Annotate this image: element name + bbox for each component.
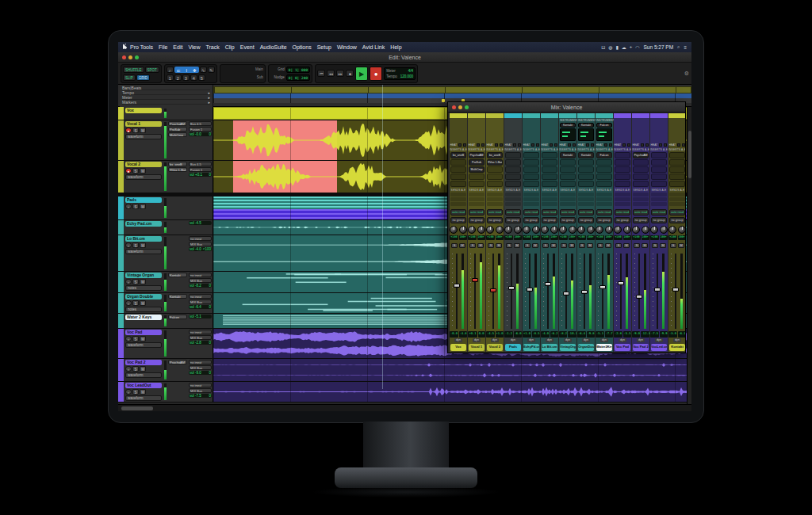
insert-slot[interactable] (560, 174, 576, 180)
track-view-selector[interactable]: notes (125, 307, 162, 312)
zoom-tool[interactable]: ⌕ (167, 67, 174, 73)
edit-mode-grid[interactable]: GRID (136, 74, 150, 81)
insert-slot[interactable] (542, 159, 557, 166)
insert-slot[interactable] (578, 181, 594, 187)
insert-slot[interactable] (669, 152, 685, 158)
trim-tool[interactable]: ⊏ (175, 67, 182, 73)
fader-handle[interactable] (618, 281, 624, 285)
mute-button[interactable]: M (140, 128, 146, 133)
track-row[interactable]: Voc Pad 2 ● S M waveform PsychoAM no inp… (118, 359, 691, 382)
menu-item[interactable]: Edit (173, 44, 182, 50)
heat-section[interactable]: HEAT (504, 142, 522, 148)
insert-slot[interactable] (487, 181, 503, 187)
heat-section[interactable]: HEAT (468, 142, 485, 148)
heat-section[interactable]: HEAT (541, 142, 558, 148)
insert-slot[interactable] (523, 181, 539, 187)
mixer-channel-strip[interactable]: INSTRUMENT HEAT INSERTS A-E bx_oneB SEND… (450, 113, 467, 352)
menu-item[interactable]: Options (293, 44, 312, 50)
insert-slot[interactable] (542, 152, 557, 158)
insert-slot[interactable] (505, 166, 521, 173)
group-assignment[interactable]: no group (578, 217, 594, 223)
group-assignment[interactable]: no group (615, 217, 630, 223)
insert-plugin[interactable]: Kontakt (168, 273, 187, 277)
menubar-clock[interactable]: Sun 5:27 PM (644, 44, 674, 50)
insert-slot[interactable] (633, 174, 649, 180)
heat-section[interactable]: HEAT (577, 142, 595, 148)
heat-section[interactable]: HEAT (614, 142, 631, 148)
automation-mode[interactable]: auto read (487, 209, 503, 216)
io-assignment[interactable]: no input (189, 294, 212, 299)
insert-slot[interactable] (596, 174, 612, 180)
pan-knob-right[interactable] (642, 226, 649, 234)
io-assignment[interactable]: no input (189, 236, 212, 241)
insert-slot[interactable] (505, 159, 521, 166)
channel-name-plate[interactable]: Lo Bit.cm (542, 344, 557, 351)
pan-knob-left[interactable] (577, 226, 585, 234)
solo-button[interactable]: S (132, 204, 139, 209)
insert-slot[interactable] (615, 166, 630, 173)
solo-button[interactable]: S (579, 243, 585, 248)
insert-slot[interactable]: Falcon (596, 152, 612, 158)
insert-slot[interactable] (450, 174, 466, 180)
mix-window-titlebar[interactable]: Mix: Valence (448, 102, 685, 113)
track-lane[interactable] (213, 382, 691, 402)
toolbar-gear-icon[interactable]: ⚙ (684, 71, 689, 77)
io-assignment[interactable]: no input (189, 360, 212, 364)
insert-slot[interactable] (615, 174, 630, 180)
io-assignment[interactable]: MIX Bus (189, 242, 212, 246)
insert-slot[interactable] (669, 159, 685, 166)
group-assignment[interactable]: no group (560, 217, 576, 223)
automation-mode[interactable]: auto read (523, 209, 539, 216)
pan-knob-right[interactable] (605, 226, 613, 234)
insert-slot[interactable] (505, 174, 521, 180)
zoom-preset-1[interactable]: 1 (167, 74, 174, 81)
insert-slot[interactable] (596, 181, 612, 187)
io-assignment[interactable]: MIX Bus (189, 278, 212, 283)
grid-value[interactable]: 0| 1| 000 (286, 67, 310, 73)
insert-slot[interactable] (542, 181, 557, 187)
track-view-selector[interactable]: waveform (125, 372, 162, 378)
pan-knob-right[interactable] (514, 226, 522, 234)
channel-name-plate[interactable]: VintagOrgn (560, 344, 576, 351)
dyn-button[interactable]: dyn (564, 338, 572, 342)
record-enable-button[interactable]: ● (125, 168, 132, 174)
mixer-channel-strip[interactable]: INSTRUMENT HEAT INSERTS A-E PsychoAM SEN… (632, 113, 649, 352)
mute-button[interactable]: M (514, 243, 520, 248)
dyn-button[interactable]: dyn (619, 338, 626, 342)
group-assignment[interactable]: no group (651, 217, 667, 223)
io-assignment[interactable]: no input (189, 383, 212, 387)
menu-item[interactable]: Pro Tools (130, 44, 153, 50)
pan-knob-right[interactable] (477, 226, 485, 234)
group-assignment[interactable]: no group (523, 217, 539, 223)
status-icon[interactable]: ◍ (608, 44, 612, 50)
track-view-selector[interactable]: waveform (125, 174, 162, 180)
heat-section[interactable]: HEAT (523, 142, 540, 148)
automation-mode[interactable]: auto read (560, 209, 576, 216)
fader-handle[interactable] (636, 295, 642, 299)
mute-button[interactable]: M (140, 168, 146, 174)
record-button[interactable]: ● (370, 67, 382, 81)
insert-plugin[interactable]: Kontakt (168, 294, 187, 299)
channel-name-plate[interactable]: EchyPd.cm (523, 344, 539, 351)
menu-item[interactable]: Event (240, 44, 255, 50)
channel-name-plate[interactable]: Pads (505, 344, 521, 351)
track-name[interactable]: Vox (125, 108, 162, 113)
group-assignment[interactable]: no group (669, 217, 685, 223)
solo-button[interactable]: S (488, 243, 494, 248)
insert-slot[interactable] (487, 166, 503, 173)
fader-handle[interactable] (472, 278, 478, 282)
mute-button[interactable]: M (660, 243, 666, 248)
mixer-channel-strip[interactable]: INSTRUMENT HEAT INSERTS A-E SENDS A-E au… (650, 113, 668, 352)
control-center-icon[interactable]: ≡ (684, 45, 687, 50)
menu-item[interactable]: AudioSuite (260, 44, 287, 50)
record-enable-button[interactable]: ● (125, 204, 132, 209)
insert-plugin[interactable]: ProSub (168, 127, 187, 132)
insert-slot[interactable] (487, 174, 503, 180)
track-name[interactable]: Lo Bit.cm (125, 236, 162, 242)
group-assignment[interactable]: no group (505, 217, 521, 223)
insert-slot[interactable]: Kontakt (560, 152, 576, 158)
zoom-window-icon[interactable] (135, 55, 139, 59)
insert-slot[interactable] (596, 159, 612, 166)
mixer-channel-strip[interactable]: INSTRUMENT HEAT INSERTS A-E SENDS A-E au… (504, 113, 522, 352)
automation-mode[interactable]: auto read (651, 209, 667, 216)
